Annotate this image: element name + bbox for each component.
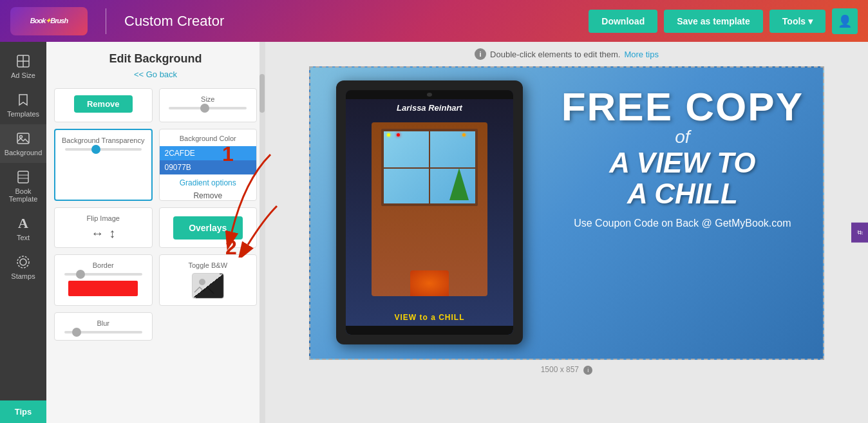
border-slider: [60, 273, 147, 276]
size-slider-thumb[interactable]: [200, 104, 209, 113]
bg-color-label: Background Color: [180, 129, 236, 142]
overlays-button[interactable]: Overlays: [173, 216, 243, 240]
free-copy-text: FREE COPY: [561, 87, 804, 127]
dimensions-label: 1500 x 857 i: [541, 365, 593, 375]
sidebar-item-ad-size[interactable]: Ad Size: [0, 47, 46, 86]
info-bar: i Double-click elements to edit them. Mo…: [475, 48, 659, 60]
main-layout: Ad Size Templates Background: [0, 42, 868, 423]
flip-vertical-icon: ↕: [109, 226, 115, 241]
color-1-text: 2CAFDE: [165, 149, 195, 158]
svg-point-9: [20, 259, 26, 265]
author-name: Larissa Reinhart: [346, 103, 513, 113]
border-slider-track: [64, 273, 142, 276]
remove-button[interactable]: Remove: [74, 95, 133, 113]
logo: Book✦Brush: [10, 7, 88, 35]
svg-point-4: [20, 136, 23, 138]
info-text: Double-click elements to edit them.: [490, 50, 620, 59]
svg-rect-3: [17, 133, 29, 144]
transparency-slider-container: [61, 148, 146, 151]
border-color-swatch[interactable]: [68, 281, 138, 296]
panel-grid: Remove Size Background Transparency: [54, 88, 257, 341]
of-text: of: [561, 127, 804, 147]
transparency-slider-thumb[interactable]: [91, 145, 100, 154]
coupon-text: Use Coupon Code on Back @ GetMyBook.com: [561, 218, 804, 229]
sidebar-item-stamps[interactable]: Stamps: [0, 248, 46, 287]
logo-area: Book✦Brush Custom Creator: [10, 7, 224, 35]
sidebar-item-templates[interactable]: Templates: [0, 86, 46, 124]
book-cover-inner: Larissa Reinhart: [346, 90, 513, 335]
book-icon: [15, 169, 31, 185]
sidebar-item-book-template[interactable]: Book Template: [0, 163, 46, 209]
sidebar-item-label: Stamps: [11, 272, 35, 280]
tips-button[interactable]: Tips: [0, 400, 46, 423]
download-button[interactable]: Download: [589, 10, 657, 33]
color-2-text: 09077B: [165, 163, 191, 172]
flip-arrows[interactable]: ↔ ↕: [91, 226, 115, 241]
gradient-link[interactable]: Gradient options: [180, 178, 236, 187]
canvas-wrapper[interactable]: Larissa Reinhart: [309, 66, 824, 360]
sidebar-icons: Ad Size Templates Background: [0, 42, 46, 423]
remove-color-link[interactable]: Remove: [193, 191, 222, 200]
canvas-text-right: FREE COPY of A VIEW TO A CHILL Use Coupo…: [561, 87, 804, 229]
app-title: Custom Creator: [124, 13, 224, 30]
color-option-2[interactable]: 09077B: [160, 160, 257, 174]
overlays-cell: Overlays: [159, 207, 258, 248]
blur-slider-track: [64, 331, 142, 334]
blur-cell: Blur: [54, 312, 153, 341]
user-icon: 👤: [838, 14, 852, 28]
bg-transparency-label: Background Transparency: [62, 136, 144, 144]
bw-preview[interactable]: [192, 273, 224, 299]
flip-label: Flip Image: [87, 214, 120, 222]
book-title-line2: A CHILL: [561, 178, 804, 209]
sidebar-item-label: Book Template: [3, 187, 44, 203]
book-title-line1: A VIEW TO: [561, 147, 804, 178]
border-label: Border: [93, 261, 114, 269]
blur-slider-thumb[interactable]: [72, 328, 81, 337]
header: Book✦Brush Custom Creator Download Save …: [0, 0, 868, 42]
blur-slider: [60, 331, 147, 334]
size-slider-track: [169, 107, 247, 109]
svg-rect-10: [193, 274, 223, 297]
info-circle-icon: i: [583, 366, 592, 375]
flip-image-cell: Flip Image ↔ ↕: [54, 207, 153, 248]
book-cover-title: VIEW to a CHILL: [346, 313, 513, 322]
tools-button[interactable]: Tools ▾: [769, 10, 826, 33]
svg-point-11: [199, 279, 205, 285]
size-slider-container: [165, 107, 252, 109]
toggle-bw-label: Toggle B&W: [188, 261, 227, 269]
canvas-area: i Double-click elements to edit them. Mo…: [265, 42, 868, 423]
transparency-slider-track: [65, 148, 142, 151]
scrollbar-thumb[interactable]: [259, 74, 265, 113]
panel-scrollbar[interactable]: [259, 42, 265, 423]
canvas-dimensions: 1500 x 857: [541, 365, 579, 374]
edit-panel-title: Edit Background: [54, 52, 257, 66]
book-cover[interactable]: Larissa Reinhart: [336, 80, 523, 344]
sidebar-item-background[interactable]: Background: [0, 124, 46, 163]
bookmark-icon: [15, 92, 31, 108]
size-label: Size: [201, 95, 214, 103]
bg-transparency-cell: Background Transparency: [54, 129, 153, 201]
border-slider-thumb[interactable]: [76, 270, 85, 279]
sidebar-item-text[interactable]: A Text: [0, 209, 46, 248]
more-tips-link[interactable]: More tips: [624, 50, 658, 59]
text-icon: A: [15, 216, 31, 231]
sidebar-item-label: Background: [5, 149, 42, 156]
image-icon: [15, 131, 31, 146]
size-cell: Size: [159, 88, 258, 122]
bg-color-cell: Background Color 2CAFDE 09077B Gradient …: [159, 129, 258, 201]
header-actions: Download Save as template Tools ▾ 👤: [589, 8, 858, 34]
color-option-1[interactable]: 2CAFDE: [160, 146, 257, 160]
edit-panel: Edit Background << Go back Remove Size B…: [46, 42, 265, 423]
stamp-icon: [15, 254, 31, 270]
sidebar-item-label: Templates: [7, 110, 39, 118]
border-cell: Border: [54, 254, 153, 306]
resize-icon: [15, 53, 31, 69]
user-button[interactable]: 👤: [832, 8, 858, 34]
blur-label: Blur: [97, 319, 109, 327]
flip-horizontal-icon: ↔: [91, 226, 104, 241]
right-edge-tab[interactable]: #: [851, 223, 868, 243]
save-template-button[interactable]: Save as template: [664, 10, 763, 33]
go-back-link[interactable]: << Go back: [54, 70, 257, 79]
svg-point-8: [17, 256, 29, 268]
sidebar-item-label: Ad Size: [11, 71, 35, 79]
